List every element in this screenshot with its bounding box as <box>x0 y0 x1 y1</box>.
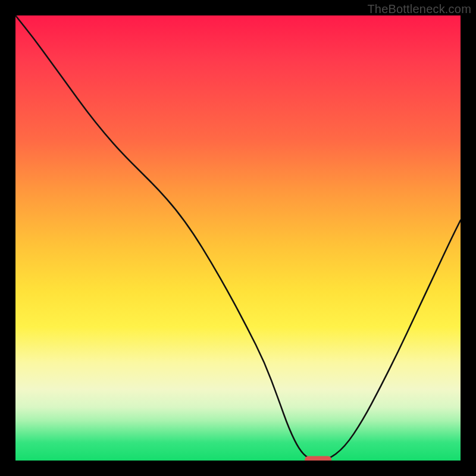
optimal-marker <box>305 456 331 461</box>
plot-area <box>15 15 461 461</box>
bottleneck-curve <box>15 15 461 461</box>
watermark-text: TheBottleneck.com <box>367 2 471 16</box>
chart-stage: TheBottleneck.com <box>0 0 476 476</box>
